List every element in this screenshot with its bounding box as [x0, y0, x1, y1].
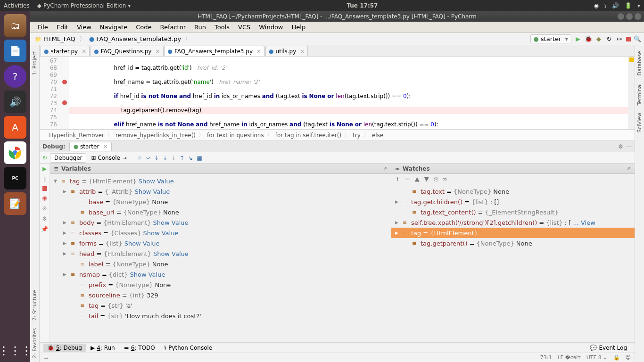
debug-session-tab[interactable]: ●starter×: [69, 142, 112, 151]
tree-row[interactable]: ▼≡ tag = {HtmlElement} Show Value: [50, 176, 391, 186]
add-watch-icon[interactable]: +: [395, 175, 400, 182]
watches-tree[interactable]: ≡ tag.text = {NoneType} None▶≡ tag.getch…: [391, 184, 635, 342]
line-separator[interactable]: LF �світ: [557, 354, 580, 361]
remove-watch-icon[interactable]: −: [405, 175, 410, 182]
tree-row[interactable]: ▶≡ self.tree.xpath('//strong')[2].getchi…: [391, 217, 635, 228]
tree-row[interactable]: ▶≡ attrib = {_Attrib} Show Value: [50, 186, 391, 197]
crumb[interactable]: for tag in self.tree.iter(): [275, 132, 341, 139]
close-icon[interactable]: ×: [300, 48, 305, 55]
tree-row[interactable]: ▶≡ tag.getchildren() = {list} : []: [391, 197, 635, 207]
profile-button[interactable]: ↻: [605, 35, 613, 43]
system-menu-icon[interactable]: ▾: [637, 2, 640, 9]
launcher-store-icon[interactable]: A: [4, 116, 26, 139]
window-maximize-button[interactable]: [626, 13, 633, 20]
menu-code[interactable]: Code: [132, 23, 155, 32]
view-breakpoints-icon[interactable]: ◉: [42, 195, 47, 201]
menu-vcs[interactable]: VCS: [234, 23, 254, 32]
tree-row[interactable]: ≡ base = {NoneType} None: [50, 197, 391, 207]
run-configuration-selector[interactable]: starter: [530, 34, 572, 43]
menu-view[interactable]: View: [73, 23, 95, 32]
launcher-files-icon[interactable]: 🗂: [4, 14, 26, 37]
encoding[interactable]: UTF-8 ⌄: [586, 354, 608, 361]
launcher-pycharm-icon[interactable]: PC: [4, 167, 26, 189]
console-tab[interactable]: ⊞ Console →: [87, 154, 130, 162]
pause-icon[interactable]: ∥: [43, 176, 46, 182]
tool-terminal[interactable]: Terminal: [636, 80, 643, 109]
tool-favorites[interactable]: 2: Favorites: [32, 324, 38, 362]
step-over-icon[interactable]: ⤻: [146, 155, 150, 161]
copy-icon[interactable]: ⎘: [434, 175, 438, 182]
breadcrumb-project[interactable]: HTML_FAQ: [33, 35, 77, 43]
close-icon[interactable]: ×: [155, 48, 160, 55]
settings-icon[interactable]: ⚙: [42, 215, 47, 222]
pin-icon[interactable]: 📌: [41, 226, 48, 232]
chrome-tray-icon[interactable]: ◉: [594, 2, 598, 9]
tool-sciview[interactable]: SciView: [636, 109, 643, 136]
menu-window[interactable]: Window: [255, 23, 287, 32]
volume-icon[interactable]: 🔊: [612, 2, 619, 9]
readonly-icon[interactable]: 🔒: [613, 354, 620, 361]
launcher-texteditor-icon[interactable]: 📝: [4, 192, 26, 215]
breakpoint-gutter[interactable]: [60, 57, 69, 129]
hector-icon[interactable]: ☺: [626, 354, 631, 361]
tree-row[interactable]: ≡ tag.text = {NoneType} None: [391, 186, 635, 197]
app-menu[interactable]: ◆PyCharm Professional Edition▾: [37, 2, 131, 9]
breakpoint-icon[interactable]: [62, 80, 67, 84]
launcher-apps-icon[interactable]: ⋮⋮⋮: [4, 339, 26, 362]
debugger-tab[interactable]: Debugger: [50, 153, 86, 163]
launcher-writer-icon[interactable]: 📄: [4, 40, 26, 62]
show-execution-icon[interactable]: ≡: [137, 155, 142, 161]
tab-event-log[interactable]: 💬 Event Log: [586, 344, 631, 352]
tab-utils[interactable]: ●utils.py×: [265, 46, 308, 56]
tree-row[interactable]: ▶≡ nsmap = {dict} Show Value: [50, 269, 391, 280]
variables-tree[interactable]: ▼≡ tag = {HtmlElement} Show Value▶≡ attr…: [50, 174, 391, 342]
rerun-icon[interactable]: ↻: [42, 155, 47, 161]
resume-icon[interactable]: ▶: [42, 165, 47, 172]
tab-python-console[interactable]: ⚕ Python Console: [160, 344, 216, 352]
run-to-cursor-icon[interactable]: ↘: [188, 155, 193, 161]
expand-icon[interactable]: ↗: [627, 166, 631, 171]
crumb[interactable]: remove_hyperlinks_in_tree(): [116, 132, 196, 139]
close-icon[interactable]: ×: [82, 48, 86, 55]
tree-row[interactable]: ≡ tail = {str} 'How much does it cost?': [50, 311, 391, 321]
tab-debug[interactable]: 🐞 5: Debug: [43, 344, 86, 352]
launcher-help-icon[interactable]: ?: [4, 65, 26, 88]
force-step-icon[interactable]: ↓: [171, 155, 176, 161]
clock[interactable]: Tue 17:57: [131, 2, 594, 9]
breadcrumb-file[interactable]: FAQ_Answers_template3.py: [87, 35, 183, 43]
evaluate-icon[interactable]: ▦: [197, 155, 202, 161]
stop-button[interactable]: [626, 37, 631, 41]
code-editor[interactable]: 67686970717273747576 href_id = tag.attri…: [40, 57, 635, 130]
menu-tools[interactable]: Tools: [211, 23, 233, 32]
tree-row[interactable]: ≡ label = {NoneType} None: [50, 259, 391, 269]
tool-structure[interactable]: 7: Structure: [32, 286, 38, 324]
tree-row[interactable]: ≡ sourceline = {int} 329: [50, 290, 391, 300]
attach-button[interactable]: ↦: [616, 35, 623, 43]
tree-row[interactable]: ▶≡ classes = {Classes} Show Value: [50, 228, 391, 238]
move-up-icon[interactable]: ▲: [415, 175, 420, 182]
tab-run[interactable]: ▶ 4: Run: [87, 344, 119, 352]
activities-button[interactable]: Activities: [4, 2, 30, 9]
menu-run[interactable]: Run: [190, 23, 210, 32]
run-button[interactable]: ▶: [574, 35, 582, 43]
tool-project[interactable]: 1: Project: [32, 47, 38, 79]
menu-help[interactable]: Help: [288, 23, 310, 32]
search-everywhere-button[interactable]: 🔍: [634, 35, 641, 43]
warning-marker-icon[interactable]: [629, 58, 634, 62]
coverage-button[interactable]: ◆: [595, 35, 603, 43]
battery-icon[interactable]: 🔋: [625, 2, 632, 9]
tab-faq-answers-template3[interactable]: ●FAQ_Answers_template3.py×: [165, 46, 265, 56]
launcher-chrome-icon[interactable]: [4, 141, 26, 164]
window-close-button[interactable]: [635, 13, 641, 20]
wifi-icon[interactable]: ⟟: [604, 2, 606, 9]
tree-row[interactable]: ≡ tag.text_content() = {_ElementStringRe…: [391, 207, 635, 217]
expand-icon[interactable]: ↗: [383, 166, 387, 171]
step-into-icon[interactable]: ↓: [154, 155, 159, 161]
close-icon[interactable]: ×: [256, 48, 261, 55]
hide-icon[interactable]: —: [626, 143, 632, 150]
crumb[interactable]: try: [353, 132, 361, 139]
tool-database[interactable]: Database: [636, 47, 643, 80]
tree-row[interactable]: ≡ tag = {str} 'a': [50, 300, 391, 311]
debug-button[interactable]: 🐞: [585, 35, 592, 43]
tree-row[interactable]: ▶≡ body = {HtmlElement} Show Value: [50, 217, 391, 228]
